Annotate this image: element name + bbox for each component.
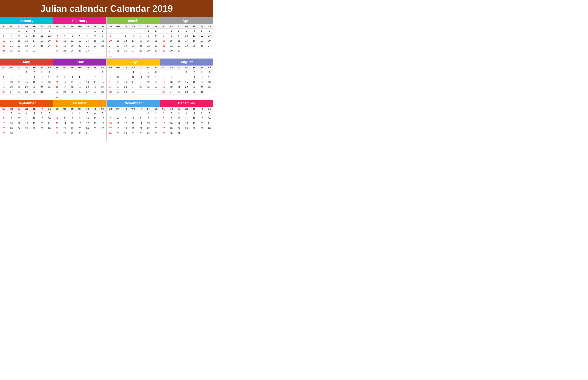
dow-cell: Sa xyxy=(152,66,160,70)
day-cell: 1 xyxy=(0,111,8,116)
day-cell: 24 xyxy=(38,85,46,90)
day-cell: 28 xyxy=(61,131,69,136)
day-cell: 15 xyxy=(0,121,8,126)
month-block-march: MarchSuMoTuWeThFrSa123456789101112131415… xyxy=(107,18,160,58)
day-cell: 13 xyxy=(129,121,137,126)
day-cell: 5 xyxy=(198,29,206,34)
dow-cell: We xyxy=(76,24,84,29)
day-cell: 21 xyxy=(206,121,213,126)
days-grid: 1234567891011121314151617181920212223242… xyxy=(160,111,213,136)
day-cell xyxy=(145,54,152,58)
day-cell: 9 xyxy=(152,116,160,121)
day-cell: 12 xyxy=(145,75,152,80)
day-cell: 13 xyxy=(168,80,175,85)
day-cell: 4 xyxy=(190,29,198,34)
day-cell: 22 xyxy=(99,85,106,90)
month-block-june: JuneSuMoTuWeThFrSa1234567891011121314151… xyxy=(53,58,107,100)
day-cell: 11 xyxy=(91,116,99,121)
day-cell: 11 xyxy=(114,121,122,126)
day-cell xyxy=(38,48,46,54)
dow-cell: Fr xyxy=(198,107,206,111)
day-cell: 30 xyxy=(152,48,160,54)
day-cell: 10 xyxy=(107,38,114,43)
day-cell xyxy=(183,131,190,136)
day-cell: 11 xyxy=(38,34,46,38)
day-cell: 21 xyxy=(84,43,91,48)
day-cell xyxy=(114,111,122,116)
day-cell: 3 xyxy=(129,70,137,75)
dow-cell: Th xyxy=(84,107,91,111)
day-cell: 20 xyxy=(206,38,213,43)
dow-cell: Su xyxy=(53,66,61,70)
day-cell: 10 xyxy=(53,38,61,43)
day-cell: 6 xyxy=(129,116,137,121)
day-cell: 23 xyxy=(152,126,160,131)
day-cell: 26 xyxy=(160,90,168,95)
day-cell: 8 xyxy=(15,34,23,38)
day-cell xyxy=(122,111,129,116)
dow-row: SuMoTuWeThFrSa xyxy=(107,107,160,111)
day-cell: 14 xyxy=(84,38,91,43)
day-cell: 18 xyxy=(23,121,30,126)
day-cell: 6 xyxy=(8,75,15,80)
day-cell: 15 xyxy=(160,121,168,126)
dow-cell: Sa xyxy=(206,66,213,70)
day-cell: 21 xyxy=(15,85,23,90)
day-cell: 31 xyxy=(30,48,38,54)
day-cell: 24 xyxy=(15,126,23,131)
day-cell: 8 xyxy=(91,34,99,38)
day-cell: 2 xyxy=(190,70,198,75)
day-cell: 12 xyxy=(99,116,106,121)
dow-cell: We xyxy=(76,107,84,111)
day-cell: 25 xyxy=(183,126,190,131)
day-cell: 29 xyxy=(160,131,168,136)
day-cell: 30 xyxy=(53,95,61,100)
day-cell xyxy=(129,111,137,116)
dow-cell: Fr xyxy=(91,66,99,70)
dow-row: SuMoTuWeThFrSa xyxy=(107,24,160,29)
day-cell: 24 xyxy=(129,85,137,90)
day-cell: 9 xyxy=(152,34,160,38)
day-cell xyxy=(23,131,30,136)
day-cell: 17 xyxy=(198,80,206,85)
day-cell: 20 xyxy=(84,85,91,90)
day-cell: 29 xyxy=(168,48,175,54)
day-cell: 10 xyxy=(30,34,38,38)
dow-cell: Su xyxy=(0,107,8,111)
day-cell: 6 xyxy=(76,34,84,38)
dow-row: SuMoTuWeThFrSa xyxy=(0,24,53,29)
day-cell: 2 xyxy=(122,70,129,75)
day-cell xyxy=(0,70,8,75)
day-cell: 3 xyxy=(61,75,69,80)
day-cell: 29 xyxy=(145,48,152,54)
day-cell xyxy=(107,70,114,75)
month-block-october: OctoberSuMoTuWeThFrSa1234567891011121314… xyxy=(53,100,107,141)
days-grid: 1234567891011121314151617181920212223242… xyxy=(53,29,106,54)
day-cell: 25 xyxy=(38,43,46,48)
day-cell: 19 xyxy=(0,85,8,90)
dow-cell: Tu xyxy=(15,66,23,70)
day-cell: 3 xyxy=(183,29,190,34)
days-grid: 1234567891011121314151617181920212223242… xyxy=(53,70,106,100)
day-cell: 17 xyxy=(183,38,190,43)
day-cell: 22 xyxy=(145,43,152,48)
day-cell: 26 xyxy=(30,126,38,131)
day-cell xyxy=(84,95,91,100)
day-cell: 18 xyxy=(61,43,69,48)
dow-row: SuMoTuWeThFrSa xyxy=(53,107,106,111)
day-cell: 7 xyxy=(137,116,145,121)
day-cell: 17 xyxy=(15,121,23,126)
day-cell xyxy=(91,70,99,75)
day-cell: 23 xyxy=(152,43,160,48)
day-cell: 28 xyxy=(91,90,99,95)
day-cell: 28 xyxy=(137,48,145,54)
day-cell: 24 xyxy=(61,90,69,95)
month-header-april: April xyxy=(160,18,213,24)
dow-cell: Th xyxy=(84,24,91,29)
day-cell: 12 xyxy=(30,116,38,121)
day-cell: 12 xyxy=(45,34,53,38)
day-cell: 3 xyxy=(53,34,61,38)
day-cell: 20 xyxy=(168,85,175,90)
day-cell: 13 xyxy=(152,75,160,80)
dow-cell: Mo xyxy=(8,24,15,29)
